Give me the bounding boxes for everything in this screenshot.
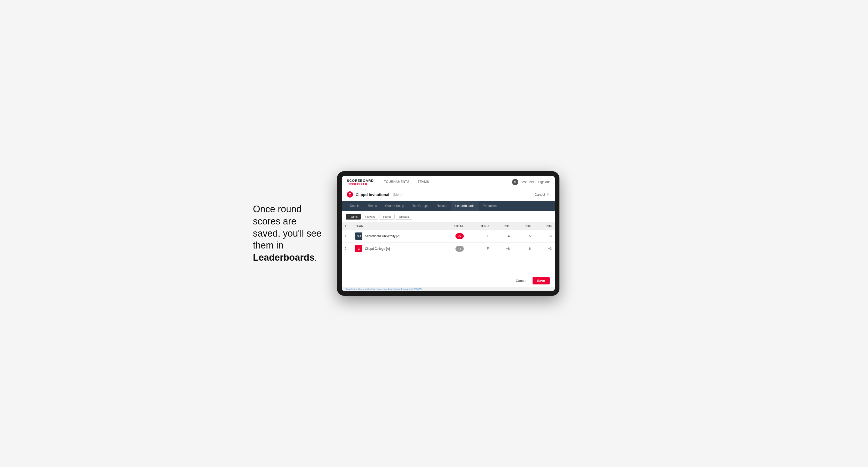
table-row: 1 SU Scoreboard University [A] -5 F xyxy=(342,230,555,243)
col-team: TEAM xyxy=(352,222,439,230)
cancel-tournament-button[interactable]: Cancel ✕ xyxy=(535,192,550,196)
total-cell: -5 xyxy=(439,230,467,243)
filter-players-button[interactable]: Players xyxy=(362,214,378,220)
col-thru: THRU xyxy=(467,222,492,230)
user-avatar: S xyxy=(512,179,518,185)
tab-results[interactable]: Results xyxy=(433,201,451,211)
rank-cell: 1 xyxy=(342,230,352,243)
thru-cell: F xyxy=(467,243,492,255)
col-total: TOTAL xyxy=(439,222,467,230)
filter-teams-button[interactable]: Teams xyxy=(346,214,361,220)
footer: Cancel Save xyxy=(342,274,555,287)
rd1-cell: +8 xyxy=(492,243,513,255)
tournament-title: Clippd Invitational xyxy=(355,192,389,197)
col-rd2: RD2 xyxy=(513,222,534,230)
top-navigation: SCOREBOARD Powered by clippd TOURNAMENTS… xyxy=(342,176,555,188)
thru-cell: F xyxy=(467,230,492,243)
tabs-bar: Details Teams Course Setup Tee Groups Re… xyxy=(342,201,555,211)
filter-strokes-button[interactable]: Strokes xyxy=(396,214,412,220)
logo-powered: Powered by clippd xyxy=(347,183,374,185)
leaderboard-content: # TEAM TOTAL THRU RD1 RD2 RD3 1 xyxy=(342,222,555,274)
team-logo: SU xyxy=(355,232,362,240)
logo-area: SCOREBOARD Powered by clippd xyxy=(347,179,374,185)
team-name: Clippd College [A] xyxy=(365,247,390,251)
tournament-header: C Clippd Invitational (Men) Cancel ✕ xyxy=(342,188,555,201)
filter-bar: Teams Players Scores Strokes xyxy=(342,211,555,222)
tab-course-setup[interactable]: Course Setup xyxy=(381,201,408,211)
team-logo: C xyxy=(355,245,362,252)
status-url: https://stage-blue-coach.stagesscoreboar… xyxy=(345,288,423,290)
rd2-cell: -8 xyxy=(513,243,534,255)
leaderboard-table: # TEAM TOTAL THRU RD1 RD2 RD3 1 xyxy=(342,222,555,255)
tab-tee-groups[interactable]: Tee Groups xyxy=(408,201,432,211)
nav-links: TOURNAMENTS TEAMS xyxy=(380,176,512,188)
nav-right: S Test User | Sign out xyxy=(512,179,550,185)
leaderboards-bold: Leaderboards xyxy=(253,252,314,263)
sign-out-link[interactable]: Sign out xyxy=(538,180,550,184)
tablet-device: SCOREBOARD Powered by clippd TOURNAMENTS… xyxy=(337,171,559,296)
team-cell: C Clippd College [A] xyxy=(352,243,439,255)
total-cell: +3 xyxy=(439,243,467,255)
nav-teams[interactable]: TEAMS xyxy=(413,176,433,188)
score-badge: -5 xyxy=(456,233,464,239)
nav-tournaments[interactable]: TOURNAMENTS xyxy=(380,176,413,188)
tab-details[interactable]: Details xyxy=(346,201,364,211)
rd3-cell: +3 xyxy=(534,243,555,255)
rd1-cell: -4 xyxy=(492,230,513,243)
col-rd1: RD1 xyxy=(492,222,513,230)
tablet-screen: SCOREBOARD Powered by clippd TOURNAMENTS… xyxy=(342,176,555,291)
logo-title: SCOREBOARD xyxy=(347,179,374,183)
table-header-row: # TEAM TOTAL THRU RD1 RD2 RD3 xyxy=(342,222,555,230)
team-name: Scoreboard University [A] xyxy=(365,234,400,238)
tab-printables[interactable]: Printables xyxy=(479,201,501,211)
footer-cancel-button[interactable]: Cancel xyxy=(512,277,530,284)
rd2-cell: +5 xyxy=(513,230,534,243)
col-rank: # xyxy=(342,222,352,230)
table-row: 2 C Clippd College [A] +3 F xyxy=(342,243,555,255)
team-cell: SU Scoreboard University [A] xyxy=(352,230,439,243)
tournament-subtitle: (Men) xyxy=(393,193,402,196)
rank-cell: 2 xyxy=(342,243,352,255)
status-bar: https://stage-blue-coach.stagesscoreboar… xyxy=(342,287,555,291)
intro-text: Once round scores are saved, you'll see … xyxy=(253,203,321,264)
col-rd3: RD3 xyxy=(534,222,555,230)
tab-leaderboards[interactable]: Leaderboards xyxy=(451,201,479,211)
filter-scores-button[interactable]: Scores xyxy=(379,214,395,220)
tab-teams[interactable]: Teams xyxy=(364,201,381,211)
rd3-cell: -6 xyxy=(534,230,555,243)
close-icon: ✕ xyxy=(547,192,550,196)
score-badge: +3 xyxy=(456,246,464,252)
tournament-title-area: C Clippd Invitational (Men) xyxy=(347,191,402,197)
footer-save-button[interactable]: Save xyxy=(532,277,550,284)
user-name: Test User | xyxy=(521,180,536,184)
tournament-icon: C xyxy=(347,191,353,197)
